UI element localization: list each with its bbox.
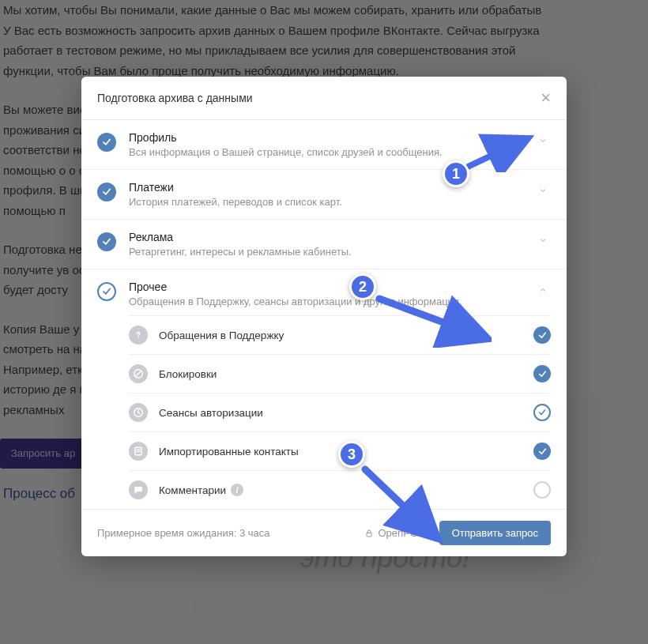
sub-label: Блокировки xyxy=(159,368,533,380)
section-other-sublist: Обращения в Поддержку Блокировки Сеансы … xyxy=(81,315,567,509)
chevron-down-icon xyxy=(535,186,551,195)
modal-footer: Примерное время ожидания: 3 часа OpenPGP… xyxy=(81,509,567,556)
check-icon xyxy=(97,282,116,301)
sub-item-blocks[interactable]: Блокировки xyxy=(129,354,551,393)
annotation-badge-2: 2 xyxy=(349,273,376,300)
annotation-arrow-1 xyxy=(463,133,534,172)
block-icon xyxy=(129,364,148,383)
section-desc: Ретаргетинг, интересы и рекламные кабине… xyxy=(129,246,535,258)
sub-item-comments[interactable]: Комментарии i xyxy=(129,470,551,509)
info-icon[interactable]: i xyxy=(231,484,243,496)
question-icon xyxy=(129,326,148,345)
modal-header: Подготовка архива с данными × xyxy=(81,77,567,120)
wait-time-text: Примерное время ожидания: 3 часа xyxy=(97,527,350,539)
chevron-down-icon xyxy=(535,136,551,145)
toggle-check[interactable] xyxy=(533,365,551,382)
annotation-badge-3: 3 xyxy=(338,441,365,468)
submit-button[interactable]: Отправить запрос xyxy=(439,521,551,545)
toggle-check[interactable] xyxy=(533,481,551,499)
comment-icon xyxy=(129,480,148,499)
section-other[interactable]: Прочее Обращения в Поддержку, сеансы авт… xyxy=(81,269,567,315)
clock-icon xyxy=(129,403,148,422)
section-title: Прочее xyxy=(129,281,535,293)
close-icon[interactable]: × xyxy=(541,89,551,107)
annotation-arrow-3 xyxy=(357,465,444,544)
section-desc: История платежей, переводов и список кар… xyxy=(129,196,535,208)
check-icon xyxy=(97,232,116,251)
annotation-arrow-2 xyxy=(373,292,492,348)
sub-item-sessions[interactable]: Сеансы авторизации xyxy=(129,393,551,431)
toggle-check[interactable] xyxy=(533,404,551,421)
sub-label: Комментарии i xyxy=(159,484,533,496)
section-ads[interactable]: Реклама Ретаргетинг, интересы и рекламны… xyxy=(81,220,567,269)
section-title: Платежи xyxy=(129,181,535,194)
section-payments[interactable]: Платежи История платежей, переводов и сп… xyxy=(81,170,567,220)
sub-label-text: Комментарии xyxy=(159,484,226,496)
chevron-down-icon xyxy=(535,235,551,245)
contacts-icon xyxy=(129,442,148,461)
check-icon xyxy=(97,133,116,152)
annotation-badge-1: 1 xyxy=(443,160,469,187)
modal-title: Подготовка архива с данными xyxy=(97,92,253,104)
section-title: Реклама xyxy=(129,231,535,243)
toggle-check[interactable] xyxy=(533,443,551,460)
chevron-up-icon xyxy=(535,285,551,295)
toggle-check[interactable] xyxy=(533,326,551,344)
sub-label: Сеансы авторизации xyxy=(159,407,533,419)
check-icon xyxy=(97,183,116,201)
